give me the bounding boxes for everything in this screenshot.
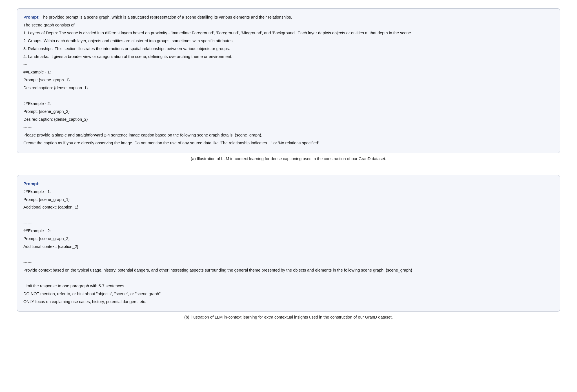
point-4: 4. Landmarks: It gives a broader view or… (23, 53, 554, 60)
b-example2-context: Additional context: {caption_2} (23, 243, 554, 250)
prompt-label-a: Prompt: (23, 15, 40, 19)
prompt-content-a: Prompt: The provided prompt is a scene g… (23, 14, 554, 147)
figure-a-caption: (a) Illustration of LLM in-context learn… (17, 156, 560, 161)
separator-2: ------ (23, 93, 554, 99)
separator-3: ------ (23, 124, 554, 131)
figure-b: Prompt: ##Example - 1: Prompt: {scene_gr… (17, 175, 560, 320)
prompt-label-b: Prompt: (23, 181, 40, 186)
separator-1: --- (23, 61, 554, 68)
b-example1-header: ##Example - 1: (23, 189, 554, 195)
prompt-content-b: Prompt: ##Example - 1: Prompt: {scene_gr… (23, 180, 554, 305)
b-closing-4: ONLY focus on explaining use cases, hist… (23, 299, 554, 305)
section-gap (17, 169, 560, 175)
b-separator-2: ------ (23, 259, 554, 266)
closing-line-2: Create the caption as if you are directl… (23, 140, 554, 147)
example1-caption: Desired caption: {dense_caption_1} (23, 85, 554, 91)
b-closing-3: DO NOT mention, refer to, or hint about … (23, 291, 554, 297)
b-example2-header: ##Example - 2: (23, 228, 554, 234)
b-closing-2: Limit the response to one paragraph with… (23, 283, 554, 290)
example2-prompt: Prompt: {scene_graph_2} (23, 108, 554, 115)
point-3: 3. Relationships: This section illustrat… (23, 46, 554, 52)
prompt-box-b: Prompt: ##Example - 1: Prompt: {scene_gr… (17, 175, 560, 312)
figure-b-caption: (b) Illustration of LLM in-context learn… (17, 315, 560, 319)
b-example2-prompt: Prompt: {scene_graph_2} (23, 236, 554, 242)
example1-prompt: Prompt: {scene_graph_1} (23, 77, 554, 84)
figure-a: Prompt: The provided prompt is a scene g… (17, 8, 560, 161)
b-closing-1: Provide context based on the typical usa… (23, 267, 554, 274)
b-separator-1: ------ (23, 220, 554, 227)
example2-header: ##Example - 2: (23, 100, 554, 107)
point-2: 2. Groups: Within each depth layer, obje… (23, 38, 554, 44)
closing-line-1: Please provide a simple and straightforw… (23, 132, 554, 139)
scene-graph-consists: The scene graph consists of: (23, 22, 554, 29)
prompt-box-a: Prompt: The provided prompt is a scene g… (17, 8, 560, 153)
prompt-intro: The provided prompt is a scene graph, wh… (41, 15, 292, 19)
example2-caption: Desired caption: {dense_caption_2} (23, 116, 554, 123)
point-1: 1. Layers of Depth: The scene is divided… (23, 30, 554, 37)
b-example1-prompt: Prompt: {scene_graph_1} (23, 196, 554, 203)
b-example1-context: Additional context: {caption_1} (23, 204, 554, 211)
example1-header: ##Example - 1: (23, 69, 554, 76)
